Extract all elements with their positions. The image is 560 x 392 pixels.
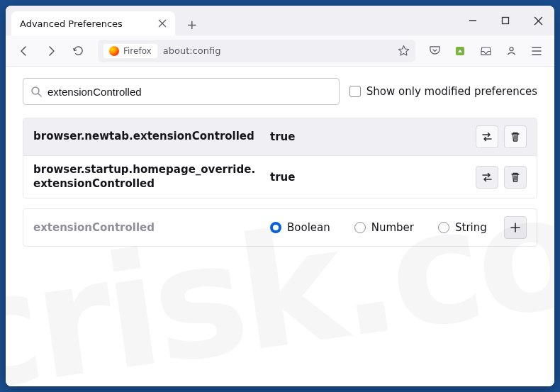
new-pref-type-group: Boolean Number String [270,221,495,234]
pocket-icon[interactable] [424,40,445,62]
inbox-icon[interactable] [475,40,496,62]
window-close-button[interactable] [522,6,554,35]
radio-icon [438,222,449,233]
tab-title: Advanced Preferences [20,18,123,29]
new-tab-button[interactable]: + [181,13,203,35]
bookmark-star-icon[interactable] [398,45,410,57]
type-label: String [455,221,487,234]
navigation-toolbar: Firefox about:config [6,35,554,67]
extension-icon[interactable] [449,40,471,62]
type-label: Boolean [287,221,330,234]
url-identity-box[interactable]: Firefox [103,44,157,58]
window-maximize-button[interactable] [489,6,522,35]
prefs-table: browser.newtab.extensionControlled true … [23,118,537,198]
forward-button[interactable] [40,40,62,62]
url-bar[interactable]: Firefox about:config [98,40,415,62]
delete-pref-button[interactable] [504,125,527,148]
delete-pref-button[interactable] [504,166,527,189]
pref-row: browser.newtab.extensionControlled true [23,118,537,156]
pref-name: browser.startup.homepage_override.extens… [33,163,262,191]
about-config-content: Show only modified preferences browser.n… [6,67,554,386]
type-label: Number [371,221,414,234]
close-tab-icon[interactable] [158,19,167,28]
browser-tab[interactable]: Advanced Preferences [11,11,175,35]
type-string-option[interactable]: String [438,221,487,234]
pref-search-input[interactable] [47,86,332,98]
pref-value: true [270,171,467,184]
show-modified-checkbox-row[interactable]: Show only modified preferences [349,85,537,98]
svg-point-2 [509,47,513,51]
pref-search-box[interactable] [23,78,340,105]
show-modified-label: Show only modified preferences [366,85,537,98]
back-button[interactable] [13,40,35,62]
pref-name: browser.newtab.extensionControlled [33,130,262,144]
identity-label: Firefox [123,46,152,56]
show-modified-checkbox[interactable] [349,86,361,97]
toggle-pref-button[interactable] [476,125,498,148]
type-number-option[interactable]: Number [354,221,414,234]
type-boolean-option[interactable]: Boolean [270,221,330,234]
pref-value: true [270,130,467,143]
toggle-pref-button[interactable] [476,166,498,189]
firefox-icon [109,46,119,56]
svg-rect-0 [503,18,509,24]
add-pref-button[interactable] [504,216,527,239]
pref-row: browser.startup.homepage_override.extens… [23,156,537,198]
search-icon [30,86,42,97]
add-pref-row: extensionControlled Boolean Number Strin… [23,208,537,247]
radio-icon [270,222,281,233]
titlebar: Advanced Preferences + [6,6,554,35]
url-text: about:config [163,45,392,56]
app-menu-icon[interactable] [526,40,547,62]
reload-button[interactable] [67,40,89,62]
account-icon[interactable] [500,40,522,62]
radio-icon [354,222,366,233]
window-minimize-button[interactable] [457,6,489,35]
new-pref-name: extensionControlled [33,221,262,234]
